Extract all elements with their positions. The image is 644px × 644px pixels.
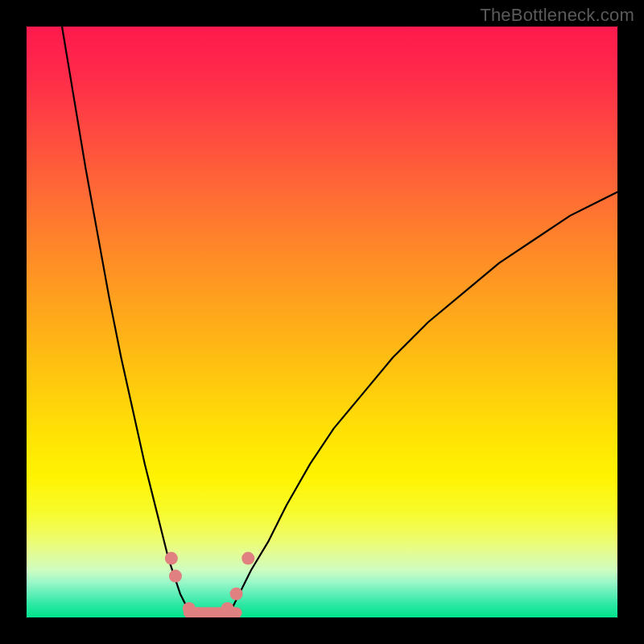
marker-dot [183, 602, 196, 615]
curve-right-branch [228, 192, 617, 617]
marker-dot [230, 588, 243, 601]
curve-left-branch [62, 27, 192, 617]
watermark-text: TheBottleneck.com [480, 5, 634, 26]
curve-layer [27, 27, 617, 617]
marker-dot [165, 552, 178, 565]
plot-area [27, 27, 617, 617]
marker-dot [169, 570, 182, 583]
marker-dot [221, 602, 234, 615]
marker-dot [242, 552, 254, 565]
chart-frame: TheBottleneck.com [0, 0, 644, 644]
